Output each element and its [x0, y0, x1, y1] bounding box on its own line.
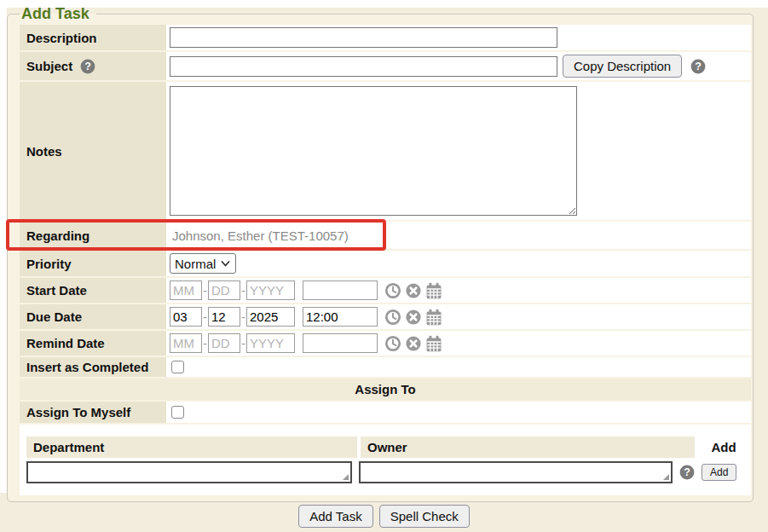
- description-row: Description: [20, 25, 751, 50]
- assign-table-header-row: Department Owner Add: [26, 437, 742, 458]
- calendar-icon[interactable]: [425, 335, 442, 352]
- priority-select[interactable]: Normal: [170, 253, 236, 274]
- subject-label: Subject: [26, 59, 72, 73]
- notes-label: Notes: [20, 82, 166, 220]
- insert-completed-row: Insert as Completed: [20, 357, 751, 377]
- assign-to-section-header: Assign To: [20, 379, 751, 400]
- remind-year-input[interactable]: [246, 333, 295, 353]
- notes-row: Notes: [20, 82, 751, 220]
- x-circle-icon[interactable]: [405, 335, 422, 352]
- copy-description-button[interactable]: Copy Description: [563, 55, 682, 78]
- department-column-header: Department: [26, 437, 357, 458]
- x-circle-icon[interactable]: [405, 282, 422, 299]
- start-time-input[interactable]: [303, 280, 378, 300]
- regarding-row: Regarding Johnson, Esther (TEST-10057): [20, 222, 751, 249]
- calendar-icon[interactable]: [425, 282, 442, 299]
- subject-input[interactable]: [170, 56, 557, 77]
- date-separator: -: [203, 283, 207, 298]
- description-label: Description: [20, 25, 166, 50]
- date-separator: -: [203, 336, 207, 350]
- due-date-row: Due Date - -: [20, 304, 751, 329]
- date-separator: -: [203, 309, 207, 324]
- clock-icon[interactable]: [384, 282, 401, 299]
- help-icon[interactable]: [679, 465, 695, 480]
- page-left-margin: [0, 0, 7, 493]
- due-time-input[interactable]: [303, 307, 378, 327]
- description-input[interactable]: [170, 27, 557, 48]
- due-date-label: Due Date: [20, 304, 166, 329]
- start-date-label: Start Date: [20, 278, 166, 303]
- owner-input[interactable]: [359, 461, 673, 483]
- add-task-panel: Add Task Description Subject Copy Descri…: [7, 5, 754, 502]
- assign-myself-row: Assign To Myself: [20, 402, 751, 423]
- clock-icon[interactable]: [384, 309, 401, 326]
- spell-check-button[interactable]: Spell Check: [379, 505, 470, 528]
- due-day-input[interactable]: [208, 307, 240, 327]
- clock-icon[interactable]: [384, 335, 401, 352]
- priority-label: Priority: [20, 251, 166, 276]
- department-input[interactable]: [26, 461, 352, 483]
- priority-row: Priority Normal: [20, 251, 751, 276]
- help-icon[interactable]: [690, 59, 706, 74]
- due-month-input[interactable]: [170, 307, 202, 327]
- notes-textarea[interactable]: [170, 86, 577, 216]
- insert-completed-label: Insert as Completed: [20, 357, 166, 377]
- help-icon[interactable]: [80, 59, 95, 74]
- date-separator: -: [241, 336, 245, 350]
- assign-table: Department Owner Add Add: [20, 425, 751, 495]
- x-circle-icon[interactable]: [405, 309, 422, 326]
- assign-myself-label: Assign To Myself: [20, 402, 166, 423]
- add-column-header: Add: [698, 437, 742, 458]
- calendar-icon[interactable]: [425, 309, 442, 326]
- start-day-input[interactable]: [208, 280, 240, 300]
- remind-time-input[interactable]: [303, 333, 378, 353]
- subject-row: Subject Copy Description: [20, 52, 751, 80]
- insert-completed-checkbox[interactable]: [171, 361, 184, 373]
- due-year-input[interactable]: [246, 307, 295, 327]
- remind-date-label: Remind Date: [20, 331, 166, 356]
- form-rows: Description Subject Copy Description Not…: [20, 25, 751, 495]
- regarding-value: Johnson, Esther (TEST-10057): [170, 228, 349, 243]
- priority-selected-value: Normal: [175, 257, 216, 271]
- start-year-input[interactable]: [246, 280, 295, 300]
- page-title: Add Task: [20, 5, 96, 23]
- remind-day-input[interactable]: [208, 333, 240, 353]
- footer-bar: Add Task Spell Check: [0, 505, 768, 532]
- assign-myself-checkbox[interactable]: [171, 406, 184, 419]
- add-assignee-button[interactable]: Add: [702, 464, 736, 481]
- remind-date-row: Remind Date - -: [20, 331, 751, 356]
- date-separator: -: [241, 283, 245, 298]
- add-task-button[interactable]: Add Task: [298, 505, 372, 528]
- chevron-down-icon: [221, 260, 230, 267]
- start-date-row: Start Date - -: [20, 278, 751, 303]
- date-separator: -: [241, 309, 245, 324]
- start-month-input[interactable]: [170, 280, 202, 300]
- assign-table-input-row: Add: [26, 461, 742, 483]
- regarding-label: Regarding: [20, 222, 166, 249]
- remind-month-input[interactable]: [170, 333, 202, 353]
- owner-column-header: Owner: [361, 437, 695, 458]
